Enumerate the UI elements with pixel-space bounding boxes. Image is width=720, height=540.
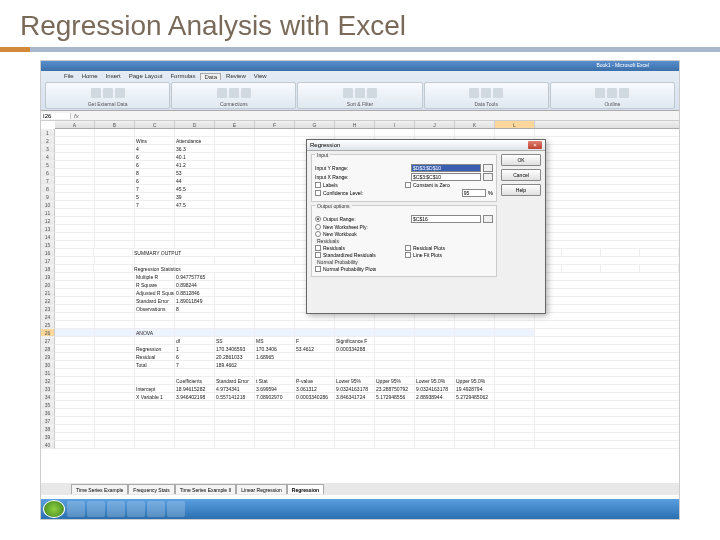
cell[interactable] (215, 169, 255, 176)
ribbon-tab[interactable]: Home (79, 73, 101, 79)
row-header[interactable]: 20 (41, 281, 55, 289)
cell[interactable] (215, 257, 255, 264)
cell[interactable] (255, 441, 295, 448)
labels-checkbox[interactable] (315, 182, 321, 188)
cell[interactable] (94, 249, 133, 256)
cell[interactable] (495, 385, 535, 392)
cell[interactable] (215, 369, 255, 376)
cell[interactable] (55, 217, 95, 224)
cell[interactable] (295, 353, 335, 360)
cell[interactable]: 6 (135, 161, 175, 168)
row-header[interactable]: 9 (41, 193, 55, 201)
std-residuals-checkbox[interactable] (315, 252, 321, 258)
cell[interactable] (295, 409, 335, 416)
cell[interactable] (175, 329, 215, 336)
cell[interactable] (375, 353, 415, 360)
cell-row[interactable] (55, 425, 679, 433)
column-header[interactable]: C (135, 121, 175, 128)
cell[interactable]: Upper 95% (375, 377, 415, 384)
cell[interactable] (95, 345, 135, 352)
cell[interactable] (495, 321, 535, 328)
constzero-checkbox[interactable] (405, 182, 411, 188)
taskbar-icon[interactable] (87, 501, 105, 517)
column-headers[interactable]: ABCDEFGHIJKL (55, 121, 679, 129)
cell[interactable] (455, 353, 495, 360)
cell[interactable] (95, 369, 135, 376)
cell[interactable] (495, 353, 535, 360)
cell[interactable]: 7 (135, 201, 175, 208)
cell[interactable] (255, 257, 295, 264)
cell[interactable] (255, 281, 295, 288)
row-header[interactable]: 37 (41, 417, 55, 425)
cell[interactable]: Attendance (175, 137, 215, 144)
cell[interactable] (335, 409, 375, 416)
row-header[interactable]: 11 (41, 209, 55, 217)
row-header[interactable]: 5 (41, 161, 55, 169)
row-header[interactable]: 25 (41, 321, 55, 329)
ribbon-tab[interactable]: View (251, 73, 270, 79)
taskbar-icon[interactable] (147, 501, 165, 517)
cell[interactable] (215, 145, 255, 152)
cell[interactable] (175, 369, 215, 376)
cell[interactable] (95, 441, 135, 448)
cell[interactable] (255, 297, 295, 304)
cell[interactable] (95, 385, 135, 392)
cell[interactable] (375, 433, 415, 440)
cell[interactable]: 1 (175, 345, 215, 352)
range-picker-icon[interactable] (483, 173, 493, 181)
cell[interactable] (295, 321, 335, 328)
fx-icon[interactable]: fx (71, 113, 82, 119)
cell[interactable] (55, 361, 95, 368)
cell[interactable] (215, 297, 255, 304)
cell[interactable] (255, 225, 295, 232)
ribbon-icon[interactable] (91, 88, 101, 98)
cell[interactable] (215, 185, 255, 192)
cell[interactable] (55, 385, 95, 392)
cell[interactable] (215, 273, 255, 280)
cell[interactable] (135, 401, 175, 408)
cell[interactable] (215, 305, 255, 312)
cell[interactable] (175, 217, 215, 224)
cell[interactable] (55, 193, 95, 200)
cell[interactable] (55, 425, 95, 432)
cell[interactable] (55, 393, 95, 400)
cell[interactable] (375, 313, 415, 320)
cell[interactable] (335, 353, 375, 360)
ribbon-tab[interactable]: Page Layout (126, 73, 166, 79)
cell[interactable] (135, 257, 175, 264)
cell-row[interactable]: Intercept18.946152824.97343413.6995943.0… (55, 385, 679, 393)
cell[interactable] (55, 145, 95, 152)
cell[interactable] (255, 329, 295, 336)
cell[interactable] (295, 129, 335, 136)
ribbon-icon[interactable] (493, 88, 503, 98)
cell[interactable] (255, 409, 295, 416)
cell[interactable] (495, 313, 535, 320)
cell[interactable]: 1.68965 (255, 353, 295, 360)
cell[interactable] (175, 425, 215, 432)
cell[interactable] (255, 169, 295, 176)
row-header[interactable]: 15 (41, 241, 55, 249)
column-header[interactable]: H (335, 121, 375, 128)
cell[interactable]: ANOVA (135, 329, 175, 336)
cell[interactable] (255, 233, 295, 240)
cell[interactable] (95, 185, 135, 192)
cell[interactable] (255, 433, 295, 440)
cell[interactable] (95, 289, 135, 296)
cell[interactable] (415, 401, 455, 408)
cell[interactable] (375, 401, 415, 408)
cell[interactable] (135, 225, 175, 232)
row-header[interactable]: 7 (41, 177, 55, 185)
cell[interactable] (55, 353, 95, 360)
column-header[interactable]: J (415, 121, 455, 128)
cell[interactable] (175, 417, 215, 424)
cell[interactable] (215, 417, 255, 424)
cell[interactable] (455, 409, 495, 416)
range-picker-icon[interactable] (483, 164, 493, 172)
cell[interactable] (55, 225, 95, 232)
column-header[interactable]: F (255, 121, 295, 128)
cell[interactable] (95, 145, 135, 152)
sheet-tab[interactable]: Linear Regression (236, 484, 287, 494)
cell[interactable]: Total (135, 361, 175, 368)
cell[interactable] (175, 433, 215, 440)
row-header[interactable]: 13 (41, 225, 55, 233)
